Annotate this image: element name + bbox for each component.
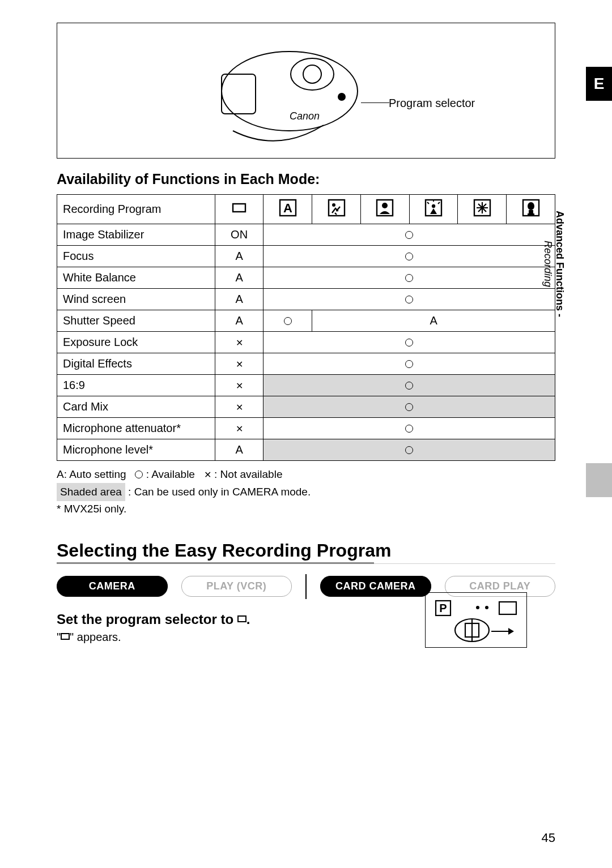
row-merged [264,353,555,375]
circle-icon [135,471,143,478]
row-merged [264,418,555,439]
table-row: White BalanceA [57,267,555,289]
row-col1 [215,418,264,439]
svg-text:Canon: Canon [290,110,320,122]
mode-icon-sand-snow [458,195,507,224]
row-merged [264,289,555,310]
svg-rect-3 [222,74,256,114]
row-label: Image Stabilizer [57,224,215,246]
table-row: Microphone attenuator* [57,418,555,439]
row-col1: ON [215,224,264,246]
svg-point-17 [528,202,534,210]
svg-rect-24 [499,602,516,614]
row-col1 [215,353,264,375]
svg-point-22 [476,606,479,609]
table-row: Wind screenA [57,289,555,310]
row-merged [264,224,555,246]
row-label: Card Mix [57,396,215,418]
mode-icon-spotlight [409,195,458,224]
svg-point-1 [291,58,334,90]
illustration-box: Canon Program selector [57,23,555,159]
subheading-availability: Availability of Functions in Each Mode: [57,171,555,187]
row-label: Focus [57,246,215,267]
side-sub: Recording [542,241,554,287]
svg-text:A: A [283,201,292,215]
table-row: Microphone level*A [57,439,555,461]
table-row: 16:9 [57,375,555,396]
svg-point-5 [338,93,345,100]
svg-text:P: P [439,602,447,614]
legend-auto: A: Auto setting [57,468,126,480]
row-label: Microphone level* [57,439,215,461]
row-label: Exposure Lock [57,332,215,353]
row-col1: A [215,246,264,267]
x-icon [204,468,211,480]
row-rest: A [312,310,555,332]
table-row: Shutter SpeedAA [57,310,555,332]
side-main: Advanced Functions [554,211,566,311]
tab-gray [586,463,612,497]
svg-point-10 [332,203,335,207]
table-legend: A: Auto setting : Available : Not availa… [57,467,555,518]
mode-play-vcr: PLAY (VCR) [181,576,292,597]
svg-rect-19 [528,213,534,215]
row-label: Wind screen [57,289,215,310]
section-title-easy-recording: Selecting the Easy Recording Program [57,540,555,564]
row-label: 16:9 [57,375,215,396]
legend-notavail: : Not available [214,468,282,480]
row-col2 [264,310,312,332]
callout-label: Program selector [389,97,475,110]
mode-icon-sports [312,195,361,224]
table-header-label: Recording Program [57,195,215,224]
table-row: Image StabilizerON [57,224,555,246]
mode-separator [305,574,307,599]
easy-mode-square-icon [237,615,246,622]
table-row: FocusA [57,246,555,267]
row-col1: A [215,310,264,332]
svg-point-2 [303,65,321,83]
row-col1 [215,332,264,353]
section-side-label: Advanced Functions - Recording [542,211,566,317]
row-merged [264,246,555,267]
legend-shaded-box: Shaded area [57,483,125,502]
table-row: Card Mix [57,396,555,418]
svg-rect-18 [529,210,533,213]
row-col1 [215,396,264,418]
row-label: Microphone attenuator* [57,418,215,439]
svg-point-14 [432,204,435,208]
mode-icon-auto: A [264,195,312,224]
easy-mode-square-icon [61,633,70,640]
tab-letter: E [586,67,612,101]
camcorder-illustration: Canon [199,35,363,156]
side-tabs: E [586,67,612,101]
legend-shaded-text: : Can be used only in CAMERA mode. [128,486,311,498]
mode-icon-portrait [360,195,409,224]
svg-point-23 [485,606,488,609]
function-availability-table: Recording Program A Image Stabi [57,194,555,461]
mode-camera: CAMERA [57,576,168,597]
legend-asterisk: * MVX25i only. [57,503,126,515]
row-merged [264,332,555,353]
row-label: White Balance [57,267,215,289]
table-row: Digital Effects [57,353,555,375]
mode-icon-easy [215,195,264,224]
row-col1: A [215,267,264,289]
row-merged [264,267,555,289]
row-label: Shutter Speed [57,310,215,332]
callout-line [361,102,389,103]
row-col1: A [215,289,264,310]
mode-card-camera: CARD CAMERA [320,576,431,597]
row-col1 [215,375,264,396]
row-merged [264,396,555,418]
svg-rect-9 [329,200,345,216]
page-number: 45 [542,831,555,845]
svg-rect-6 [233,204,245,212]
table-row: Exposure Lock [57,332,555,353]
legend-available: : Available [146,468,195,480]
program-selector-drawing: P [425,592,527,648]
row-col1: A [215,439,264,461]
manual-page: E Advanced Functions - Recording Canon [0,0,612,868]
row-merged [264,439,555,461]
svg-point-12 [382,203,388,208]
row-merged [264,375,555,396]
